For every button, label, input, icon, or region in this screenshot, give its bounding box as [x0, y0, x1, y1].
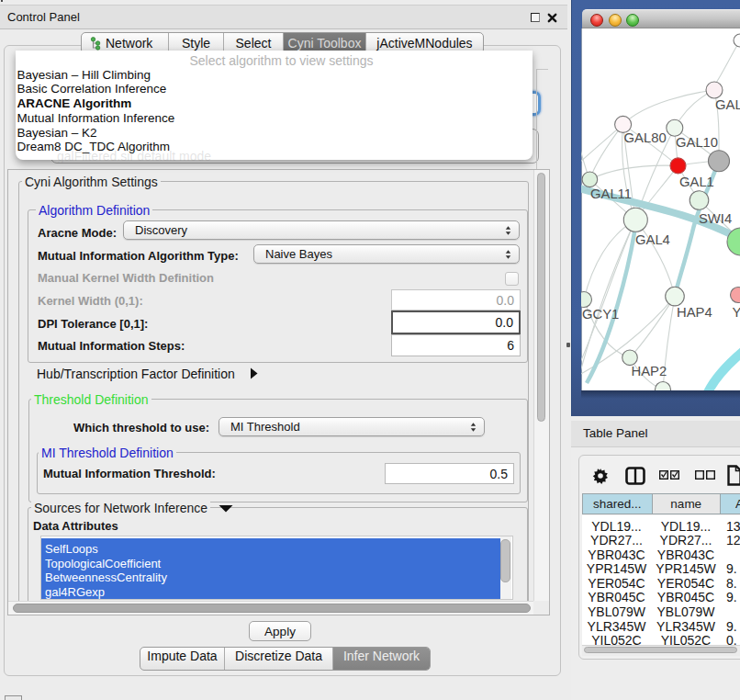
svg-text:GCY1: GCY1 — [582, 307, 619, 322]
svg-text:SWI4: SWI4 — [699, 211, 732, 226]
svg-text:HAP2: HAP2 — [632, 364, 667, 378]
svg-text:HAP4: HAP4 — [677, 305, 712, 320]
svg-text:GAL11: GAL11 — [590, 186, 632, 201]
svg-text:GAL: GAL — [715, 97, 740, 112]
svg-text:GAL80: GAL80 — [624, 130, 667, 145]
svg-text:GAL1: GAL1 — [679, 175, 714, 189]
svg-text:Y: Y — [733, 305, 740, 320]
svg-text:GAL4: GAL4 — [635, 232, 670, 247]
svg-text:GAL10: GAL10 — [676, 135, 718, 150]
